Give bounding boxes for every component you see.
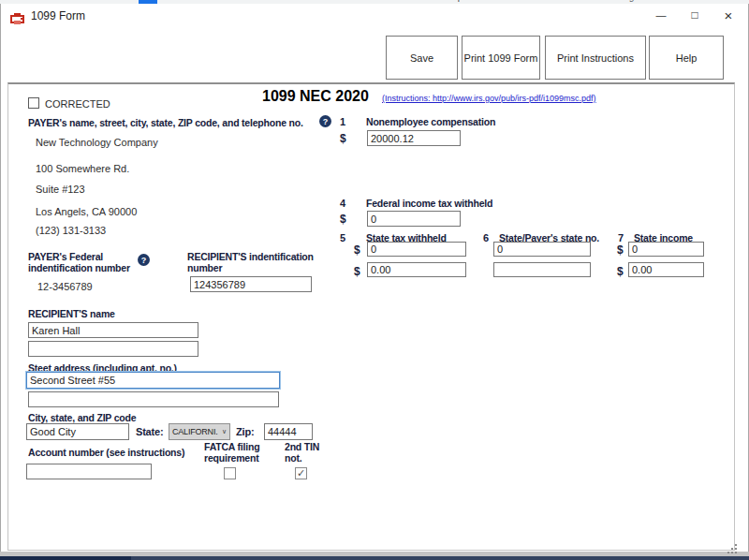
payer-fed-id-help-icon[interactable]: ? — [138, 254, 150, 266]
box4-dollar-sign: $ — [340, 213, 346, 226]
state-income-row2-input[interactable] — [628, 262, 704, 277]
account-number-label: Account number (see instructions) — [28, 447, 184, 458]
payer-state-no-row2-input[interactable] — [493, 262, 591, 277]
fatca-checkbox[interactable] — [224, 467, 236, 479]
background-window-strip: File Edit View Insert Format Tools Add-o… — [0, 0, 749, 4]
box7-number: 7 — [618, 232, 624, 243]
minimize-icon: — — [656, 9, 667, 21]
recipient-name-label: RECIPIENT'S name — [28, 308, 115, 319]
close-icon: × — [725, 7, 733, 23]
box5-row2-dollar-sign: $ — [354, 265, 360, 278]
state-tax-withheld-row1-input[interactable] — [367, 242, 466, 257]
print-1099-form-button[interactable]: Print 1099 Form — [462, 36, 540, 80]
background-menu-bar: File Edit View Insert Format Tools Add-o… — [173, 0, 463, 2]
fatca-label: FATCA filing requirement — [204, 441, 259, 464]
state-dropdown-value: CALIFORNI. — [172, 427, 218, 436]
recipient-name2-input[interactable] — [28, 341, 198, 357]
zip-label: Zip: — [236, 426, 254, 438]
taskbar-strip-left — [0, 556, 131, 560]
maximize-icon: □ — [691, 8, 698, 22]
close-button[interactable]: × — [712, 4, 744, 26]
payer-info-label: PAYER's name, street, city, state, ZIP c… — [28, 117, 303, 128]
zip-input[interactable] — [264, 423, 313, 440]
background-app-icon — [139, 0, 157, 4]
state-dropdown[interactable]: CALIFORNI. ∨ — [169, 423, 230, 440]
city-input[interactable] — [26, 423, 129, 440]
save-button[interactable]: Save — [386, 36, 458, 80]
state-tax-withheld-row2-input[interactable] — [367, 262, 466, 277]
box7-row1-dollar-sign: $ — [617, 243, 624, 257]
payer-help-icon[interactable]: ? — [319, 115, 331, 127]
payer-state-no-row1-input[interactable] — [493, 242, 591, 257]
box4-label: Federal income tax withheld — [366, 198, 492, 209]
payer-name: New Technology Company — [36, 137, 158, 148]
nonemployee-compensation-input[interactable] — [367, 130, 461, 146]
state-label: State: — [136, 426, 163, 438]
city-state-zip-label: City, state, and ZIP code — [28, 412, 136, 423]
background-status-text: Last edit was seconds ago — [529, 0, 639, 2]
maximize-button[interactable]: □ — [679, 4, 711, 26]
corrected-label: CORRECTED — [45, 98, 110, 110]
payer-phone: (123) 131-3133 — [36, 225, 106, 236]
box7-row2-dollar-sign: $ — [617, 265, 624, 278]
form-panel — [7, 82, 735, 551]
box1-label: Nonemployee compensation — [366, 116, 495, 127]
box6-number: 6 — [483, 232, 489, 243]
instructions-link[interactable]: (Instructions: http://www.irs.gov/pub/ir… — [382, 94, 596, 103]
window-title: 1099 Form — [31, 9, 85, 22]
state-income-row1-input[interactable] — [628, 242, 704, 257]
corrected-checkbox[interactable] — [28, 97, 39, 109]
question-mark-icon: ? — [141, 256, 147, 265]
box1-number: 1 — [340, 116, 345, 127]
account-number-input[interactable] — [26, 464, 152, 479]
recipient-id-input[interactable] — [190, 276, 312, 292]
federal-income-tax-input[interactable] — [367, 211, 461, 227]
payer-street: 100 Somewhere Rd. — [36, 163, 129, 174]
print-instructions-button[interactable]: Print Instructions — [545, 36, 646, 80]
payer-suite: Suite #123 — [36, 184, 85, 195]
street-address-input[interactable] — [26, 372, 280, 389]
payer-fed-id-label: PAYER's Federal indentification number — [28, 251, 130, 273]
help-button[interactable]: Help — [649, 36, 724, 80]
box4-number: 4 — [340, 198, 345, 209]
question-mark-icon: ? — [323, 117, 329, 126]
payer-fed-id-value: 12-3456789 — [37, 281, 93, 292]
payer-city-line: Los Angels, CA 90000 — [36, 206, 137, 217]
street-address2-input[interactable] — [28, 391, 279, 407]
titlebar: 1099 Form — □ × — [1, 4, 748, 27]
box5-number: 5 — [340, 232, 345, 243]
second-tin-label: 2nd TIN not. — [285, 441, 319, 464]
check-icon: ✓ — [297, 467, 305, 479]
resize-grip[interactable] — [727, 543, 738, 553]
box1-dollar-sign: $ — [340, 132, 346, 145]
minimize-button[interactable]: — — [645, 4, 677, 26]
window-1099-form: File Edit View Insert Format Tools Add-o… — [0, 0, 749, 560]
recipient-name-input[interactable] — [28, 322, 198, 338]
chevron-down-icon: ∨ — [222, 428, 227, 435]
box5-row1-dollar-sign: $ — [354, 243, 360, 257]
recipient-id-label: RECIPIENT'S indentification number — [187, 251, 314, 273]
second-tin-checkbox[interactable]: ✓ — [295, 467, 307, 479]
form-title: 1099 NEC 2020 — [262, 88, 369, 105]
app-icon — [10, 12, 24, 25]
